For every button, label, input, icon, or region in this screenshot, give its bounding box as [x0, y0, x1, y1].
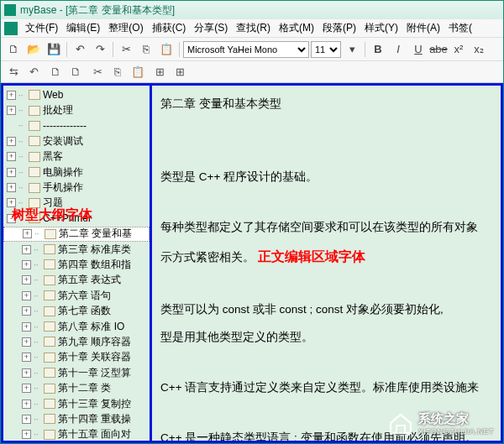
tree-node[interactable]: +··第十四章 重载操: [3, 411, 150, 426]
outline-tree[interactable]: 树型大纲字体 +··Web+··批处理··-------------+··安装调…: [1, 83, 152, 443]
watermark-text: 系统之家 XITONGZHIJIA.NET: [418, 411, 494, 436]
menu-bookmark[interactable]: 书签(: [444, 19, 476, 37]
expand-icon[interactable]: +: [22, 400, 31, 409]
expand-icon[interactable]: +: [22, 291, 31, 300]
italic-button[interactable]: I: [389, 40, 407, 59]
tree-node[interactable]: +··第六章 语句: [3, 288, 150, 303]
tool-icon[interactable]: 🗋: [46, 63, 65, 81]
save-icon[interactable]: 💾: [45, 40, 63, 59]
app-menu-icon[interactable]: [4, 22, 18, 35]
open-icon[interactable]: 📂: [24, 40, 43, 59]
copy-icon[interactable]: ⎘: [137, 40, 155, 59]
folder-icon: [29, 136, 40, 146]
tree-connector: ··: [34, 291, 44, 300]
expand-icon[interactable]: +: [22, 245, 31, 254]
menu-edit[interactable]: 编辑(E): [62, 19, 104, 37]
underline-button[interactable]: U: [409, 40, 428, 59]
menu-organize[interactable]: 整理(O): [104, 19, 147, 37]
tree-node[interactable]: +··电脑操作: [3, 165, 150, 180]
tree-node[interactable]: +··第七章 函数: [3, 303, 150, 318]
editor-area[interactable]: 第二章 变量和基本类型 类型是 C++ 程序设计的基础。 每种类型都定义了其存储…: [152, 83, 503, 443]
menu-capture[interactable]: 捕获(C): [148, 19, 191, 37]
expand-icon[interactable]: +: [22, 384, 31, 393]
tool-icon[interactable]: ⇆: [4, 63, 23, 81]
tree-node[interactable]: +··第八章 标准 IO: [3, 319, 150, 334]
expand-icon[interactable]: +: [22, 306, 31, 316]
menu-format[interactable]: 格式(M): [275, 19, 318, 37]
menu-file[interactable]: 文件(F): [21, 19, 62, 37]
dropdown-icon[interactable]: ▾: [343, 40, 361, 59]
cut-icon[interactable]: ✂: [117, 40, 135, 59]
expand-icon[interactable]: +: [22, 368, 31, 378]
doc-paragraph: 示方式紧密相关。 正文编辑区域字体: [160, 243, 492, 270]
redo-icon[interactable]: ↷: [91, 40, 109, 59]
menu-attachment[interactable]: 附件(A): [402, 19, 444, 37]
tree-connector: ··: [34, 245, 44, 254]
tree-label: 第十五章 面向对: [58, 427, 131, 441]
undo-icon[interactable]: ↶: [71, 40, 89, 59]
expand-icon[interactable]: +: [7, 168, 16, 177]
window: myBase - [第二章 变量和基本类型] 文件(F) 编辑(E) 整理(O)…: [0, 0, 504, 444]
tree-node[interactable]: +··第九章 顺序容器: [3, 334, 150, 349]
tree-node[interactable]: +··第十一章 泛型算: [3, 365, 150, 380]
tree-node[interactable]: +··第二章 变量和基: [3, 227, 150, 242]
expand-icon[interactable]: +: [22, 260, 31, 269]
menu-paragraph[interactable]: 段落(P): [318, 19, 360, 37]
tree-node[interactable]: +··第十三章 复制控: [3, 396, 150, 411]
menu-share[interactable]: 分享(S): [190, 19, 232, 37]
folder-icon: [29, 183, 40, 193]
tree-connector: ··: [18, 152, 29, 161]
expand-icon[interactable]: +: [7, 137, 16, 146]
expand-icon[interactable]: +: [7, 91, 16, 100]
tool-icon[interactable]: ↶: [24, 63, 43, 81]
tree-node[interactable]: +··黑客: [3, 149, 150, 165]
new-icon[interactable]: 🗋: [4, 40, 23, 59]
expand-icon[interactable]: +: [22, 337, 31, 347]
expand-icon[interactable]: +: [7, 183, 16, 192]
tree-node[interactable]: +··第十五章 面向对: [3, 427, 150, 442]
font-size-select[interactable]: 11: [311, 41, 341, 58]
tree-node[interactable]: ··-------------: [3, 118, 150, 133]
menu-find[interactable]: 查找(R): [232, 19, 275, 37]
tool-icon[interactable]: ⊞: [171, 63, 189, 81]
menu-bar: 文件(F) 编辑(E) 整理(O) 捕获(C) 分享(S) 查找(R) 格式(M…: [1, 19, 503, 38]
tree-node[interactable]: +··安装调试: [3, 133, 150, 149]
tree-connector: ··: [34, 322, 44, 332]
expand-icon[interactable]: +: [22, 322, 31, 332]
expand-icon[interactable]: +: [22, 275, 31, 285]
expand-icon[interactable]: +: [7, 106, 16, 115]
tree-label: Web: [43, 89, 63, 101]
tree-node[interactable]: +··第五章 表达式: [3, 273, 150, 288]
expand-icon[interactable]: +: [7, 152, 16, 161]
tool-icon[interactable]: ⎘: [108, 63, 127, 81]
expand-icon[interactable]: +: [22, 430, 31, 439]
tool-icon[interactable]: 📋: [129, 63, 147, 81]
tree-connector: ··: [18, 106, 29, 115]
tree-node[interactable]: +··第十二章 类: [3, 380, 150, 395]
watermark-logo-icon: [388, 413, 413, 435]
superscript-button[interactable]: x²: [449, 40, 468, 59]
tool-icon[interactable]: ✂: [88, 63, 107, 81]
expand-icon[interactable]: +: [22, 415, 31, 424]
tree-node[interactable]: +··第三章 标准库类: [3, 242, 150, 257]
tree-connector: ··: [34, 260, 44, 269]
tool-icon[interactable]: ⊞: [150, 63, 169, 81]
title-bar[interactable]: myBase - [第二章 变量和基本类型]: [1, 1, 503, 19]
tree-node[interactable]: +··第四章 数组和指: [3, 257, 150, 272]
tree-node[interactable]: +··第十章 关联容器: [3, 350, 150, 365]
tree-node[interactable]: +··手机操作: [3, 180, 150, 195]
strike-button[interactable]: abe: [429, 40, 448, 59]
folder-icon: [29, 90, 40, 100]
expand-icon[interactable]: +: [22, 353, 31, 362]
font-family-select[interactable]: Microsoft YaHei Mono: [183, 41, 309, 58]
tree-node[interactable]: +··批处理: [3, 102, 150, 118]
subscript-button[interactable]: x₂: [470, 40, 488, 59]
paste-icon[interactable]: 📋: [157, 40, 176, 59]
bold-button[interactable]: B: [369, 40, 387, 59]
menu-style[interactable]: 样式(Y): [360, 19, 402, 37]
expand-icon[interactable]: +: [23, 229, 32, 238]
tree-label: 手机操作: [43, 180, 83, 195]
tool-icon[interactable]: 🗋: [66, 63, 85, 81]
tree-node[interactable]: +··Web: [3, 87, 150, 102]
separator: [66, 42, 67, 57]
